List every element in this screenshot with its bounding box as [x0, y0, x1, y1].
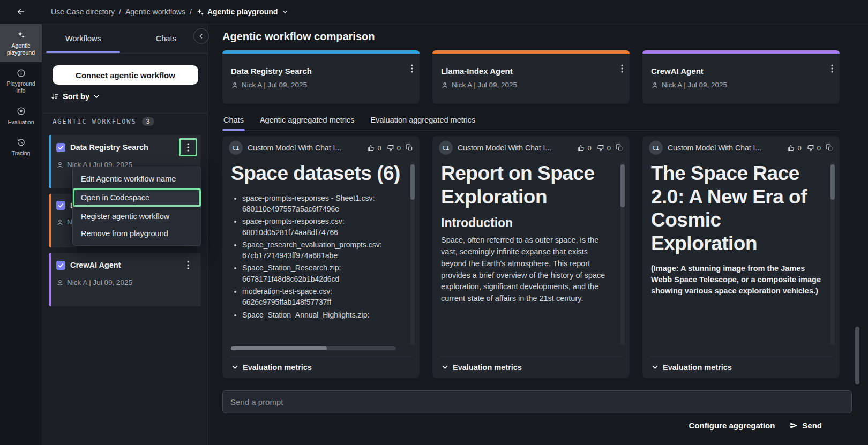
card-accent-strip — [222, 50, 420, 54]
workflow-card-crewai-agent: CrewAI Agent Nick A | Jul 09, 2025 — [642, 50, 840, 104]
chevron-down-icon — [282, 9, 288, 15]
kebab-menu-button[interactable] — [411, 64, 413, 73]
chevron-down-icon — [442, 364, 448, 371]
rail-item-agentic-playground[interactable]: Agentic playground — [0, 24, 42, 62]
paper-plane-icon — [790, 421, 798, 429]
thumbs-up-count: 0 — [588, 144, 592, 152]
list-item: Space_Station_Annual_Highlights.zip: — [242, 310, 403, 320]
tab-workflows[interactable]: Workflows — [42, 24, 125, 53]
menu-item-remove-from-playground[interactable]: Remove from playground — [73, 225, 201, 242]
prompt-input[interactable] — [222, 390, 852, 413]
evaluation-metrics-label: Evaluation metrics — [453, 363, 522, 372]
workflow-card-llama-index-agent: Llama-Index Agent Nick A | Jul 09, 2025 — [432, 50, 630, 104]
chat-panel-header: CI Custom Model With Chat I... 0 0 — [222, 136, 420, 160]
thumbs-down-icon[interactable] — [386, 144, 394, 152]
workflow-context-menu: Edit Agentic workflow name Open in Codes… — [72, 167, 201, 246]
breadcrumb-use-case-directory[interactable]: Use Case directory — [51, 7, 115, 16]
vertical-scrollbar[interactable] — [410, 162, 415, 345]
kebab-menu-button[interactable] — [179, 256, 197, 274]
thumbs-down-icon[interactable] — [806, 144, 814, 152]
list-item: Space_Station_Research.zip: 6678171f48d8… — [242, 262, 403, 284]
kebab-menu-button[interactable] — [831, 64, 833, 73]
checkbox-checked[interactable] — [56, 143, 65, 152]
breadcrumb-current-playground[interactable]: Agentic playground — [196, 7, 288, 16]
chat-response-content[interactable]: Report on Space Exploration Introduction… — [432, 160, 630, 356]
rail-item-label: Playground info — [2, 80, 40, 94]
collapse-sidebar-button[interactable] — [193, 28, 209, 44]
model-avatar: CI — [649, 141, 663, 155]
checkbox-checked[interactable] — [56, 201, 65, 210]
tab-evaluation-aggregated-metrics[interactable]: Evaluation aggregated metrics — [369, 113, 476, 130]
menu-item-register-agentic-workflow[interactable]: Register agentic workflow — [73, 208, 201, 225]
vertical-scrollbar[interactable] — [620, 162, 625, 345]
rail-item-evaluation[interactable]: Evaluation — [0, 101, 42, 132]
workflow-item-crewai-agent[interactable]: CrewAI Agent Nick A | Jul 09, 2025 — [49, 253, 201, 306]
sort-icon — [51, 93, 59, 101]
chat-response-content[interactable]: Space datasets (6) space-prompts-respons… — [222, 160, 420, 356]
tab-agentic-aggregated-metrics[interactable]: Agentic aggregated metrics — [259, 113, 356, 130]
workflow-count-badge: 3 — [142, 117, 154, 126]
dataset-list: space-prompts-responses - Sheet1.csv: 68… — [231, 193, 403, 320]
main-content: Agentic workflow comparison Data Registr… — [208, 24, 868, 445]
evaluation-metrics-toggle[interactable]: Evaluation metrics — [440, 356, 622, 378]
breadcrumb: Use Case directory / Agentic workflows /… — [51, 7, 288, 16]
model-name: Custom Model With Chat I... — [668, 144, 782, 152]
evaluation-metrics-toggle[interactable]: Evaluation metrics — [230, 356, 412, 378]
list-item: moderation-test-space.csv: 6626c9795ffab… — [242, 286, 403, 308]
info-icon — [17, 68, 26, 78]
sparkle-icon — [196, 8, 204, 16]
thumbs-up-icon[interactable] — [787, 144, 795, 152]
response-heading: Space datasets (6) — [231, 162, 403, 185]
thumbs-down-count: 0 — [397, 144, 401, 152]
breadcrumb-separator: / — [119, 7, 121, 16]
menu-item-edit-workflow-name[interactable]: Edit Agentic workflow name — [73, 170, 201, 187]
kebab-menu-button-highlighted[interactable] — [179, 138, 197, 156]
copy-icon[interactable] — [616, 144, 623, 152]
breadcrumb-agentic-workflows[interactable]: Agentic workflows — [125, 7, 185, 16]
card-title: CrewAI Agent — [651, 66, 831, 76]
evaluation-metrics-toggle[interactable]: Evaluation metrics — [650, 356, 832, 378]
send-button[interactable]: Send — [790, 421, 822, 430]
sort-by-label: Sort by — [63, 92, 89, 101]
menu-item-open-in-codespace[interactable]: Open in Codespace — [73, 188, 201, 207]
scrollbar-thumb[interactable] — [410, 164, 415, 200]
thumbs-up-icon[interactable] — [577, 144, 585, 152]
model-name: Custom Model With Chat I... — [458, 144, 572, 152]
chat-panel-llama-index-agent: CI Custom Model With Chat I... 0 0 — [432, 136, 630, 378]
thumbs-up-count: 0 — [378, 144, 381, 152]
thumbs-up-icon[interactable] — [367, 144, 375, 152]
chat-response-content[interactable]: The Space Race 2.0: A New Era of Cosmic … — [642, 160, 840, 356]
thumbs-up-count: 0 — [798, 144, 802, 152]
checkbox-checked[interactable] — [56, 261, 65, 270]
vertical-scrollbar[interactable] — [830, 162, 835, 345]
rail-item-playground-info[interactable]: Playground info — [0, 62, 42, 100]
list-item: space-prompts-responses - Sheet1.csv: 68… — [242, 193, 403, 215]
footer-actions: Configure aggregation Send — [222, 421, 852, 430]
rail-item-tracing[interactable]: Tracing — [0, 132, 42, 163]
card-accent-strip — [642, 50, 840, 54]
model-name: Custom Model With Chat I... — [248, 144, 362, 152]
workflow-name: Data Registry Search — [70, 143, 174, 152]
back-button[interactable] — [0, 7, 42, 17]
horizontal-scrollbar[interactable] — [231, 346, 396, 350]
scrollbar-thumb[interactable] — [231, 346, 327, 350]
tab-chats[interactable]: Chats — [222, 113, 245, 130]
copy-icon[interactable] — [406, 144, 413, 152]
thumbs-down-count: 0 — [607, 144, 611, 152]
scrollbar-thumb[interactable] — [620, 164, 625, 207]
page-scrollbar-thumb[interactable] — [855, 327, 859, 384]
copy-icon[interactable] — [826, 144, 833, 152]
topbar: Use Case directory / Agentic workflows /… — [0, 0, 868, 24]
connect-agentic-workflow-button[interactable]: Connect agentic workflow — [53, 65, 198, 85]
sort-by-dropdown[interactable]: Sort by — [51, 92, 100, 101]
chevron-left-icon — [198, 33, 205, 40]
star-circle-icon — [17, 107, 26, 116]
thumbs-down-icon[interactable] — [596, 144, 604, 152]
person-icon — [56, 161, 64, 169]
rail-item-label: Agentic playground — [2, 42, 40, 56]
configure-aggregation-button[interactable]: Configure aggregation — [689, 421, 775, 430]
kebab-menu-button[interactable] — [621, 64, 623, 73]
card-meta: Nick A | Jul 09, 2025 — [452, 81, 517, 89]
scrollbar-thumb[interactable] — [830, 164, 835, 200]
chat-panels-row: CI Custom Model With Chat I... 0 0 — [222, 136, 840, 378]
